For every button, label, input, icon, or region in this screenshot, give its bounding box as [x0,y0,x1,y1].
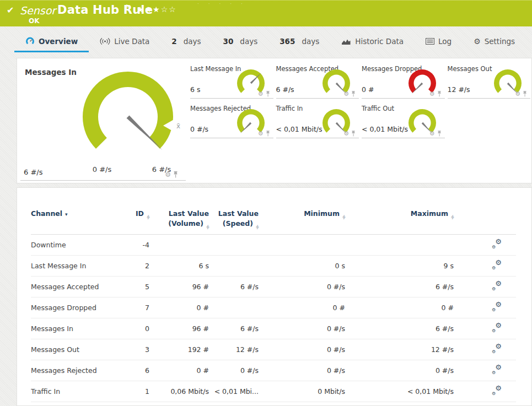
tab-number: 30 [223,37,234,46]
gauge-title: Last Message In [190,65,241,73]
gauge-title: Traffic Out [362,105,394,112]
tile-actions: ⚙ [429,131,442,137]
gauge-title: Traffic In [276,105,303,112]
col-header-last-value-volume[interactable]: Last Value (Volume)▲▼ [149,208,209,235]
gear-icon[interactable]: ⚙ [165,171,171,178]
channel-min [259,235,345,256]
col-header-last-value-speed[interactable]: Last Value (Speed)▲▼ [209,208,259,235]
gauge-value: < 0,01 Mbit/s [362,125,408,133]
tile-actions: ⚙ [258,91,270,97]
channel-name[interactable]: Last Message In [31,256,119,277]
channel-table: Channel▾ ID▲▼ Last Value (Volume)▲▼ Last… [31,208,516,406]
channel-name[interactable]: Traffic Out [31,402,119,406]
channel-name[interactable]: Messages Rejected [31,360,119,381]
tab-historic-data[interactable]: Historic Data [330,34,415,52]
priority-stars[interactable]: ★★★☆☆ [137,5,177,14]
channel-max: 6 #/s [345,277,454,297]
tab-label: days [240,37,257,46]
channel-speed: 6 #/s [209,318,259,339]
tab-log[interactable]: Log [415,34,463,52]
table-header-row: Channel▾ ID▲▼ Last Value (Volume)▲▼ Last… [31,208,516,235]
channel-volume: 0 # [149,297,209,318]
pin-icon[interactable] [437,91,442,97]
gear-icon[interactable]: ⚙ [515,91,520,97]
pin-icon[interactable] [351,131,356,137]
channel-name[interactable]: Messages Dropped [31,297,119,318]
gear-icon[interactable]: ⚙ [343,131,349,137]
pin-icon[interactable] [437,131,442,137]
channel-max: < 0,01 Mbit/s [345,381,454,402]
channel-id: 1 [119,381,149,402]
gauge-tile-messages-in: Messages In x̄ 0 #/s 6 #/s 6 #/s ⚙ [20,62,186,181]
channel-actions: ⚙⚙ [454,360,516,381]
channel-speed: 0 #/s [209,360,259,381]
channel-row-messages-out: Messages Out3192 #12 #/s0 #/s12 #/s⚙⚙ [31,339,516,360]
channel-id: 6 [119,360,149,381]
pin-icon[interactable] [266,91,270,97]
col-label: ID [136,209,144,218]
col-header-channel[interactable]: Channel▾ [31,208,119,235]
channel-speed: < 0,01 Mbi... [209,381,259,402]
gear-icon[interactable]: ⚙ [258,91,264,97]
tab-live-data[interactable]: Live Data [89,34,160,52]
gauge-value: 6 #/s [24,168,42,176]
pin-icon[interactable] [266,131,270,137]
channel-volume: 0,06 Mbit/s [149,381,209,402]
gear-icon[interactable]: ⚙ [258,131,264,137]
channel-name[interactable]: Messages Out [31,339,119,360]
col-label: Maximum [411,209,448,218]
channel-settings-gears-icon[interactable]: ⚙⚙ [491,240,502,248]
gear-icon[interactable]: ⚙ [429,91,435,97]
channel-name[interactable]: Messages In [31,318,119,339]
channel-settings-gears-icon[interactable]: ⚙⚙ [491,302,502,311]
channel-volume: 192 # [149,339,209,360]
channel-settings-gears-icon[interactable]: ⚙⚙ [491,344,502,353]
tab-label: Historic Data [355,37,404,46]
channel-name[interactable]: Traffic In [31,381,119,402]
channel-settings-gears-icon[interactable]: ⚙⚙ [491,323,502,332]
historic-data-icon [341,38,351,45]
col-header-id[interactable]: ID▲▼ [119,208,149,235]
gear-icon[interactable]: ⚙ [343,91,349,97]
channel-id: -4 [119,235,149,256]
channel-volume: 6 s [149,256,209,277]
channel-min: 0 Mbit/s [259,381,345,402]
gauges-panel: Messages In x̄ 0 #/s 6 #/s 6 #/s ⚙ Last … [17,58,532,183]
tab-30-days[interactable]: 30 days [212,34,269,52]
channel-volume: 0,12 Mbit/s [149,402,209,406]
channel-speed: < 0,01 Mbi... [209,402,259,406]
channel-volume [149,235,209,256]
tab-label: days [184,37,201,46]
pin-icon[interactable] [173,171,178,178]
channel-name[interactable]: Messages Accepted [31,277,119,297]
col-header-actions [454,208,516,235]
channel-id: 5 [119,277,149,297]
col-label: Channel [31,209,62,218]
sort-icon: ▲▼ [256,225,259,229]
tile-actions: ⚙ [515,91,527,97]
object-kind-label: Sensor [20,4,56,17]
gauge-value: < 0,01 Mbit/s [276,125,323,133]
gear-icon[interactable]: ⚙ [429,131,435,137]
tab-365-days[interactable]: 365 days [268,34,330,52]
col-header-maximum[interactable]: Maximum▲▼ [345,208,454,235]
channel-speed [209,235,259,256]
channel-settings-gears-icon[interactable]: ⚙⚙ [491,386,502,395]
faded-toolbar-dots: · · · · · [197,1,246,7]
channel-id: 3 [119,339,149,360]
channel-name[interactable]: Downtime [31,235,119,256]
channel-settings-gears-icon[interactable]: ⚙⚙ [491,282,502,290]
gauge-tile-traffic-in: Traffic In< 0,01 Mbit/s⚙ [276,102,359,138]
tab-overview[interactable]: Overview [14,34,89,52]
tab-2-days[interactable]: 2 days [160,34,212,52]
channel-row-traffic-out: Traffic Out40,12 Mbit/s< 0,01 Mbi...0 Mb… [31,402,516,406]
channel-settings-gears-icon[interactable]: ⚙⚙ [491,261,502,269]
pin-icon[interactable] [351,91,356,97]
tab-settings[interactable]: ⚙ Settings [463,34,526,52]
col-header-minimum[interactable]: Minimum▲▼ [259,208,345,235]
channel-actions: ⚙⚙ [454,402,516,406]
gauge-title: Messages Out [448,65,492,73]
channel-min: 0 #/s [259,318,345,339]
pin-icon[interactable] [523,91,527,97]
channel-settings-gears-icon[interactable]: ⚙⚙ [491,365,502,374]
